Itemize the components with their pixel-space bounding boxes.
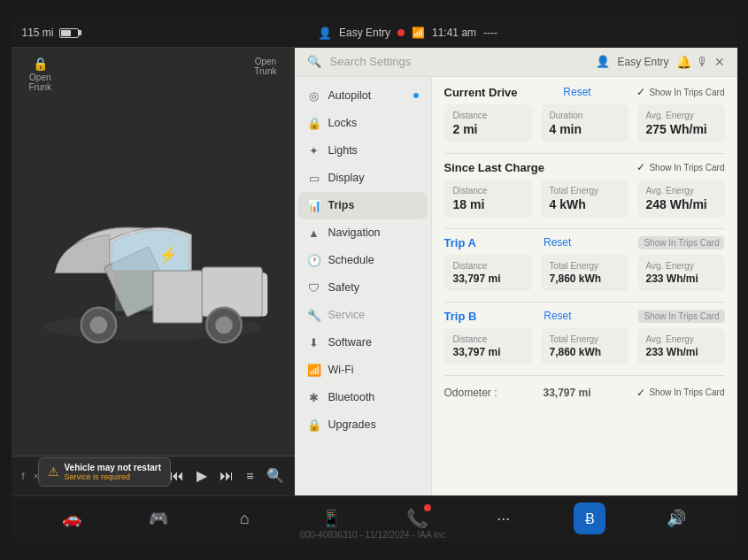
screen: 115 mi 👤 Easy Entry 📶 11:41 am ---- 🔒 Op… bbox=[12, 19, 737, 541]
taskbar-steering-btn[interactable]: 🎮 bbox=[143, 502, 174, 534]
status-bar: 115 mi 👤 Easy Entry 📶 11:41 am ---- bbox=[12, 19, 737, 48]
slc-title: Since Last Charge bbox=[444, 161, 544, 174]
nav-label-trips: Trips bbox=[328, 199, 355, 211]
avg-energy-label-slc: Avg. Energy bbox=[646, 186, 716, 196]
open-frunk-label[interactable]: OpenFrunk bbox=[29, 73, 52, 92]
since-last-charge-section: Since Last Charge ✓ Show In Trips Card D… bbox=[444, 161, 725, 218]
car-view: ⚡ bbox=[12, 101, 295, 456]
search-media-btn[interactable]: 🔍 bbox=[266, 467, 284, 484]
trip-b-distance: Distance 33,797 mi bbox=[444, 328, 532, 364]
taskbar-steering-wrap: 🎮 bbox=[143, 502, 174, 534]
nav-item-autopilot[interactable]: ◎ Autopilot bbox=[295, 82, 431, 110]
taskbar-volume-btn[interactable]: 🔊 bbox=[660, 502, 692, 534]
nav-label-display: Display bbox=[328, 172, 365, 184]
current-drive-reset[interactable]: Reset bbox=[563, 86, 590, 98]
odometer-row: Odometer : 33,797 mi ✓ Show In Trips Car… bbox=[444, 383, 725, 403]
distance-value-ta: 33,797 mi bbox=[453, 272, 523, 285]
trip-b-section: Trip B Reset Show In Trips Card Distance… bbox=[444, 310, 725, 364]
settings-header: 🔍 Search Settings 👤 Easy Entry 🔔 🎙 ✕ bbox=[295, 48, 737, 77]
eq-btn[interactable]: ≡ bbox=[246, 469, 253, 483]
play-btn[interactable]: ▶ bbox=[197, 467, 207, 484]
profile-icon-status: 👤 bbox=[318, 27, 332, 40]
total-energy-value-ta: 7,860 kWh bbox=[550, 272, 620, 285]
nav-item-software[interactable]: ⬇ Software bbox=[295, 329, 431, 357]
trip-b-total-energy: Total Energy 7,860 kWh bbox=[541, 328, 628, 364]
navigation-icon: ▲ bbox=[307, 226, 321, 240]
watermark: 000-40836310 - 11/12/2024 - IAA Inc. bbox=[300, 530, 448, 540]
avg-energy-label-cd: Avg. Energy bbox=[646, 111, 716, 120]
distance-label-ta: Distance bbox=[453, 261, 523, 271]
mic-icon[interactable]: 🎙 bbox=[697, 55, 709, 69]
current-drive-check: ✓ bbox=[636, 86, 645, 98]
time-display: 11:41 am bbox=[432, 27, 476, 39]
duration-label-cd: Duration bbox=[550, 111, 620, 120]
taskbar-car-btn[interactable]: 🚗 bbox=[56, 502, 88, 534]
taskbar-bluetooth-btn[interactable]: Ƀ bbox=[574, 502, 605, 534]
nav-label-bluetooth: Bluetooth bbox=[328, 391, 375, 403]
trip-a-reset[interactable]: Reset bbox=[544, 236, 571, 249]
trip-b-metrics: Distance 33,797 mi Total Energy 7,860 kW… bbox=[444, 328, 725, 364]
wifi-icon: 📶 bbox=[307, 364, 321, 377]
svg-rect-3 bbox=[153, 270, 202, 322]
bell-icon[interactable]: 🔔 bbox=[676, 55, 691, 69]
total-energy-label-slc: Total Energy bbox=[550, 186, 620, 196]
taskbar-volume-wrap: 🔊 bbox=[660, 502, 692, 534]
alert-sub-text: Service is required bbox=[65, 472, 162, 481]
nav-item-display[interactable]: ▭ Display bbox=[295, 165, 431, 192]
display-icon: ▭ bbox=[307, 172, 321, 185]
distance-label-slc: Distance bbox=[453, 186, 523, 196]
prev-track-btn[interactable]: ⏮ bbox=[170, 468, 184, 484]
slc-show-trips[interactable]: ✓ Show In Trips Card bbox=[636, 161, 724, 173]
header-right: 👤 Easy Entry 🔔 🎙 ✕ bbox=[596, 55, 724, 69]
current-drive-section: Current Drive Reset ✓ Show In Trips Card… bbox=[444, 86, 725, 142]
svg-text:⚡: ⚡ bbox=[158, 245, 178, 264]
total-energy-label-ta: Total Energy bbox=[550, 261, 620, 271]
trip-b-show-label: Show In Trips Card bbox=[638, 310, 724, 323]
odometer-show-trips[interactable]: ✓ Show In Trips Card bbox=[636, 387, 724, 399]
car-controls-top: 🔒 OpenFrunk OpenTrunk bbox=[12, 48, 295, 101]
nav-item-schedule[interactable]: 🕐 Schedule bbox=[295, 247, 431, 274]
trip-b-show-trips[interactable]: Show In Trips Card bbox=[638, 310, 724, 323]
settings-nav: ◎ Autopilot 🔒 Locks ✦ Lights ▭ Displ bbox=[295, 77, 432, 495]
profile-icon-header: 👤 bbox=[596, 55, 610, 68]
svg-point-6 bbox=[89, 316, 107, 334]
nav-item-lights[interactable]: ✦ Lights bbox=[295, 137, 431, 165]
trip-b-reset[interactable]: Reset bbox=[544, 310, 571, 322]
next-track-btn[interactable]: ⏭ bbox=[220, 468, 234, 484]
trip-a-avg-energy: Avg. Energy 233 Wh/mi bbox=[637, 255, 725, 291]
taskbar-home-btn[interactable]: ⌂ bbox=[228, 502, 260, 534]
nav-item-wifi[interactable]: 📶 Wi-Fi bbox=[295, 357, 431, 384]
nav-item-trips[interactable]: 📊 Trips bbox=[298, 192, 428, 219]
open-trunk-label[interactable]: OpenTrunk bbox=[254, 57, 276, 76]
taskbar-bluetooth-wrap: Ƀ bbox=[574, 502, 605, 534]
nav-label-schedule: Schedule bbox=[328, 254, 374, 266]
signal-icon: 📶 bbox=[412, 27, 425, 39]
odometer-value: 33,797 mi bbox=[543, 387, 590, 399]
taskbar-home-wrap: ⌂ bbox=[228, 502, 260, 534]
distance-value-slc: 18 mi bbox=[453, 197, 523, 211]
nav-item-bluetooth[interactable]: ✱ Bluetooth bbox=[295, 384, 431, 411]
odometer-show-label: Show In Trips Card bbox=[649, 387, 724, 397]
nav-label-service: Service bbox=[328, 309, 366, 321]
nav-item-service[interactable]: 🔧 Service bbox=[295, 302, 431, 329]
safety-icon: 🛡 bbox=[307, 281, 321, 295]
nav-item-locks[interactable]: 🔒 Locks bbox=[295, 110, 431, 137]
media-controls: ⏮ ▶ ⏭ ≡ 🔍 bbox=[170, 467, 283, 484]
current-drive-avg-energy: Avg. Energy 275 Wh/mi bbox=[637, 104, 725, 142]
battery-level: 115 mi bbox=[22, 27, 54, 39]
current-drive-show-trips[interactable]: ✓ Show In Trips Card bbox=[636, 86, 724, 98]
trip-a-title: Trip A bbox=[444, 236, 476, 249]
trip-b-title: Trip B bbox=[444, 310, 477, 323]
nav-item-upgrades[interactable]: 🔒 Upgrades bbox=[295, 411, 431, 439]
close-header-icon[interactable]: ✕ bbox=[714, 55, 725, 69]
main-area: 🔒 OpenFrunk OpenTrunk bbox=[12, 48, 737, 495]
duration-value-cd: 4 min bbox=[550, 122, 620, 136]
battery-icon bbox=[59, 28, 79, 38]
nav-item-safety[interactable]: 🛡 Safety bbox=[295, 274, 431, 302]
taskbar-more-btn[interactable]: ··· bbox=[488, 502, 520, 534]
nav-item-navigation[interactable]: ▲ Navigation bbox=[295, 219, 431, 247]
divider-3 bbox=[444, 302, 725, 303]
trip-a-show-trips[interactable]: Show In Trips Card bbox=[638, 236, 724, 249]
search-settings-input[interactable]: Search Settings bbox=[330, 55, 588, 68]
total-energy-value-slc: 4 kWh bbox=[550, 197, 620, 211]
